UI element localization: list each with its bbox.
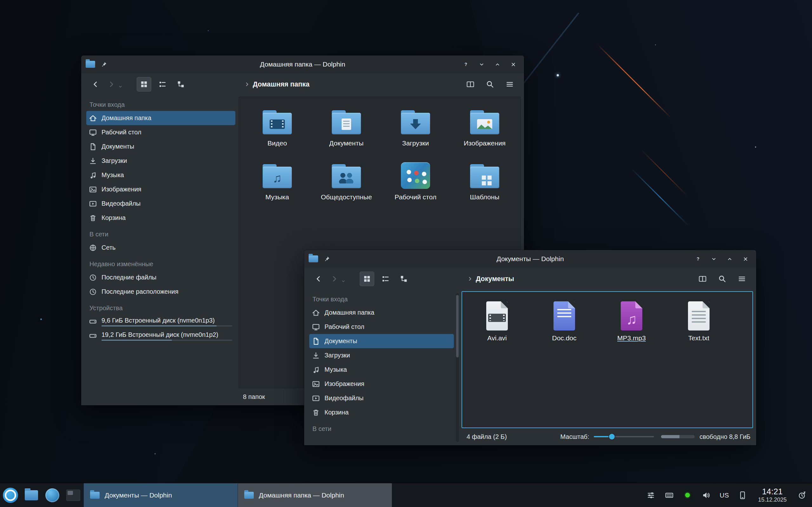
help-button[interactable]	[459, 58, 472, 71]
maximize-button[interactable]	[491, 58, 504, 71]
help-button[interactable]	[692, 252, 704, 265]
zoom-slider[interactable]	[594, 433, 654, 441]
menu-button[interactable]	[734, 272, 749, 286]
close-button[interactable]	[739, 252, 752, 265]
place-item[interactable]: Загрузки	[86, 154, 235, 168]
split-view-icon	[699, 275, 707, 283]
capacity-bar	[101, 326, 232, 326]
maximize-button[interactable]	[723, 252, 736, 265]
search-button[interactable]	[715, 272, 729, 286]
back-button[interactable]	[311, 272, 326, 286]
file-item[interactable]: Рабочий стол	[381, 159, 450, 213]
search-icon	[718, 275, 726, 283]
titlebar[interactable]: Домашняя папка — Dolphin	[81, 55, 524, 73]
view-details-button[interactable]	[378, 272, 393, 286]
titlebar[interactable]: Документы — Dolphin	[304, 250, 756, 268]
pager-widget[interactable]	[63, 483, 84, 507]
file-item[interactable]: Avi.avi	[463, 300, 531, 354]
place-item[interactable]: Домашняя папка	[86, 111, 235, 125]
trash-icon	[89, 214, 97, 222]
folder-view[interactable]: Avi.avi Doc.doc MP3.mp3 Text.txt	[461, 291, 753, 428]
place-item[interactable]: Музыка	[86, 168, 235, 182]
place-item[interactable]: Документы	[86, 139, 235, 154]
menu-button[interactable]	[502, 77, 517, 92]
place-item[interactable]: Загрузки	[309, 348, 454, 362]
wallpaper-star	[208, 30, 209, 31]
status-text: 8 папок	[243, 393, 265, 400]
minimize-button[interactable]	[475, 58, 488, 71]
place-item[interactable]: Последние расположения	[86, 285, 235, 299]
taskbar-task[interactable]: Документы — Dolphin	[84, 483, 238, 507]
file-item[interactable]: Общедоступные	[312, 159, 381, 213]
place-item[interactable]: Домашняя папка	[309, 305, 454, 320]
forward-button[interactable]	[104, 77, 119, 92]
file-item[interactable]: Шаблоны	[450, 159, 519, 213]
keyboard-layout-indicator[interactable]: US	[720, 492, 729, 499]
place-item[interactable]: Сеть	[86, 240, 235, 255]
place-item[interactable]: Рабочий стол	[309, 320, 454, 334]
place-item[interactable]: Рабочий стол	[86, 125, 235, 139]
place-item[interactable]: Последние файлы	[86, 270, 235, 285]
place-item[interactable]: Видеофайлы	[86, 196, 235, 211]
split-view-button[interactable]	[695, 272, 710, 286]
history-dropdown-icon[interactable]	[118, 84, 123, 89]
file-item[interactable]: Text.txt	[665, 300, 732, 354]
file-item[interactable]: Изображения	[450, 105, 519, 159]
search-button[interactable]	[483, 77, 497, 92]
breadcrumb[interactable]: Домашняя папка	[244, 80, 310, 89]
file-item[interactable]: Загрузки	[381, 105, 450, 159]
status-notifications-button[interactable]	[646, 491, 656, 500]
place-item[interactable]: Видеофайлы	[309, 391, 454, 405]
file-item[interactable]: Документы	[312, 105, 381, 159]
place-item[interactable]: Музыка	[309, 362, 454, 377]
close-icon	[510, 61, 516, 67]
dolphin-launcher-button[interactable]	[21, 483, 42, 507]
volume-button[interactable]	[701, 491, 711, 500]
places-list: 9,6 ГиБ Встроенный диск (nvme0n1p3) 19,2…	[86, 314, 235, 343]
file-item[interactable]: Музыка	[243, 159, 312, 213]
file-item[interactable]: Doc.doc	[531, 300, 598, 354]
view-details-button[interactable]	[155, 77, 170, 92]
dolphin-window-icon	[309, 256, 318, 262]
device-tray-button[interactable]	[738, 491, 747, 500]
file-item[interactable]: Видео	[243, 105, 312, 159]
scrollbar-thumb[interactable]	[456, 295, 459, 357]
hamburger-menu-icon	[738, 275, 746, 283]
place-item[interactable]: 9,6 ГиБ Встроенный диск (nvme0n1p3)	[86, 314, 235, 329]
minimize-button[interactable]	[707, 252, 720, 265]
split-view-button[interactable]	[463, 77, 478, 92]
breadcrumb-label: Документы	[476, 275, 514, 283]
place-item[interactable]: Изображения	[309, 377, 454, 391]
history-dropdown-icon[interactable]	[341, 279, 346, 284]
keyboard-tray-button[interactable]	[664, 491, 674, 500]
back-button[interactable]	[88, 77, 103, 92]
zoom-slider-handle[interactable]	[594, 436, 612, 437]
view-tree-button[interactable]	[173, 77, 188, 92]
view-icons-button[interactable]	[137, 77, 151, 92]
pin-icon[interactable]	[101, 61, 107, 67]
place-item[interactable]: Корзина	[86, 211, 235, 225]
help-icon	[695, 256, 701, 262]
notifications-button[interactable]	[798, 491, 807, 500]
app-shortcut-button[interactable]	[42, 483, 63, 507]
view-icons-button[interactable]	[360, 272, 374, 286]
breadcrumb[interactable]: Документы	[467, 275, 514, 283]
place-item[interactable]: Документы	[309, 334, 454, 348]
clock-icon	[89, 274, 97, 282]
close-button[interactable]	[507, 58, 519, 71]
place-item[interactable]: Изображения	[86, 182, 235, 196]
taskbar-task[interactable]: Домашняя папка — Dolphin	[238, 483, 392, 507]
scrollbar[interactable]	[456, 293, 459, 442]
pin-icon[interactable]	[324, 256, 330, 262]
app-launcher-button[interactable]	[0, 483, 21, 507]
view-tree-button[interactable]	[397, 272, 411, 286]
wallpaper-star	[655, 44, 656, 45]
place-item[interactable]: Корзина	[309, 405, 454, 419]
forward-button[interactable]	[327, 272, 342, 286]
doc-icon	[312, 337, 320, 345]
status-bar: 4 файла (2 Б) Масштаб: свободно 8,8 ГиБ	[461, 428, 756, 445]
place-item[interactable]: 19,2 ГиБ Встроенный диск (nvme0n1p2)	[86, 329, 235, 343]
file-item[interactable]: MP3.mp3	[598, 300, 665, 354]
mic-status-button[interactable]	[683, 491, 693, 500]
clock-widget[interactable]: 14:21 15.12.2025	[756, 487, 789, 504]
